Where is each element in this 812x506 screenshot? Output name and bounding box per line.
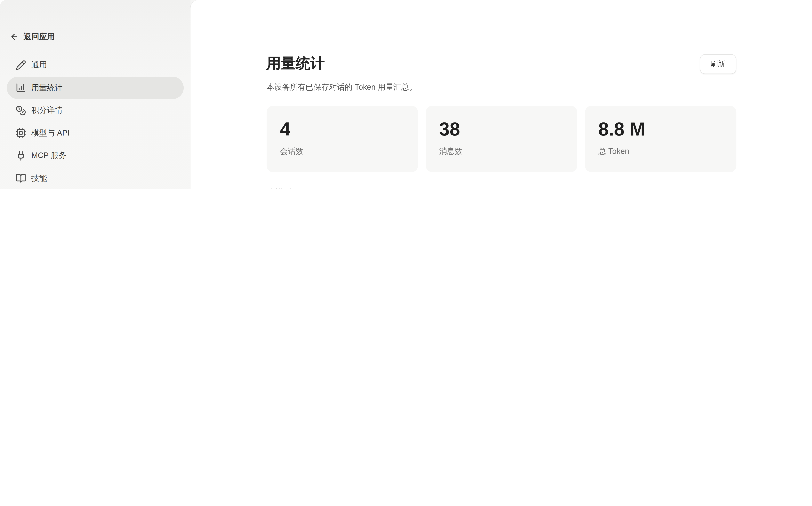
sidebar: 返回应用 通用 用量统计 积分详情 模型与 API MCP 服务 — [0, 0, 191, 189]
sidebar-item-label: 技能 — [31, 174, 47, 183]
summary-cards: 4 会话数 38 消息数 8.8 M 总 Token — [267, 106, 736, 172]
arrow-left-icon — [10, 32, 19, 41]
sidebar-item-skills[interactable]: 技能 — [7, 167, 184, 189]
by-model-heading: 按模型 — [267, 188, 736, 189]
bar-chart-icon — [16, 82, 26, 93]
sidebar-item-credits[interactable]: 积分详情 — [7, 99, 184, 122]
page-subtitle: 本设备所有已保存对话的 Token 用量汇总。 — [267, 81, 736, 92]
stat-card-messages: 38 消息数 — [426, 106, 577, 172]
sidebar-item-label: 用量统计 — [31, 83, 62, 93]
back-label: 返回应用 — [23, 32, 55, 42]
sidebar-item-models-api[interactable]: 模型与 API — [7, 122, 184, 144]
cpu-icon — [16, 128, 26, 138]
stat-label: 总 Token — [598, 147, 722, 156]
stat-value: 4 — [280, 117, 404, 141]
settings-window: 返回应用 通用 用量统计 积分详情 模型与 API MCP 服务 — [0, 0, 812, 189]
main-panel: 用量统计 刷新 本设备所有已保存对话的 Token 用量汇总。 4 会话数 38… — [191, 0, 812, 189]
sidebar-item-general[interactable]: 通用 — [7, 54, 184, 76]
page-title: 用量统计 — [267, 54, 325, 73]
back-button[interactable]: 返回应用 — [10, 32, 55, 42]
sidebar-item-label: MCP 服务 — [31, 151, 66, 161]
stat-label: 消息数 — [439, 147, 563, 156]
sidebar-nav: 通用 用量统计 积分详情 模型与 API MCP 服务 技能 — [0, 54, 191, 189]
coins-icon — [16, 105, 26, 116]
sidebar-item-mcp[interactable]: MCP 服务 — [7, 145, 184, 167]
stat-label: 会话数 — [280, 147, 404, 156]
plug-icon — [16, 151, 26, 161]
sidebar-item-label: 积分详情 — [31, 105, 62, 115]
refresh-button[interactable]: 刷新 — [699, 54, 736, 74]
sidebar-item-label: 模型与 API — [31, 128, 69, 138]
sidebar-item-usage-stats[interactable]: 用量统计 — [7, 76, 184, 99]
book-open-icon — [16, 173, 26, 184]
stat-card-total-tokens: 8.8 M 总 Token — [585, 106, 736, 172]
stat-value: 8.8 M — [598, 117, 722, 141]
sidebar-item-label: 通用 — [31, 60, 47, 70]
stat-value: 38 — [439, 117, 563, 141]
stat-card-sessions: 4 会话数 — [267, 106, 418, 172]
pencil-icon — [16, 60, 26, 70]
